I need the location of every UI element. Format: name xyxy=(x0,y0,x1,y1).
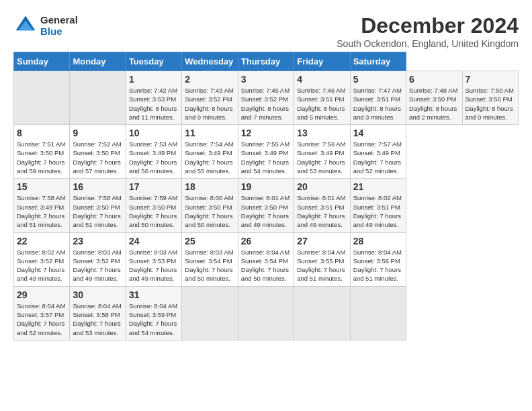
day-info: Sunrise: 8:02 AM Sunset: 3:51 PM Dayligh… xyxy=(353,193,403,229)
calendar-cell: 5Sunrise: 7:47 AM Sunset: 3:51 PM Daylig… xyxy=(350,71,406,125)
location: South Ockendon, England, United Kingdom xyxy=(337,38,519,49)
day-number: 20 xyxy=(297,181,347,192)
calendar-cell: 15Sunrise: 7:58 AM Sunset: 3:49 PM Dayli… xyxy=(14,179,70,232)
day-header-wednesday: Wednesday xyxy=(182,52,238,71)
day-info: Sunrise: 8:03 AM Sunset: 3:52 PM Dayligh… xyxy=(73,248,122,283)
day-info: Sunrise: 7:51 AM Sunset: 3:50 PM Dayligh… xyxy=(17,140,66,175)
day-number: 18 xyxy=(185,181,234,192)
day-number: 22 xyxy=(17,236,66,246)
calendar-cell: 21Sunrise: 8:02 AM Sunset: 3:51 PM Dayli… xyxy=(350,179,406,232)
day-info: Sunrise: 7:50 AM Sunset: 3:50 PM Dayligh… xyxy=(466,86,516,122)
day-info: Sunrise: 7:54 AM Sunset: 3:49 PM Dayligh… xyxy=(185,140,234,175)
day-info: Sunrise: 7:55 AM Sunset: 3:49 PM Dayligh… xyxy=(241,140,291,175)
day-info: Sunrise: 7:42 AM Sunset: 3:53 PM Dayligh… xyxy=(129,86,179,122)
day-number: 26 xyxy=(241,236,291,246)
day-number: 23 xyxy=(73,236,122,246)
day-info: Sunrise: 7:47 AM Sunset: 3:51 PM Dayligh… xyxy=(353,86,403,122)
header: General Blue December 2024 South Ockendo… xyxy=(13,13,519,49)
day-info: Sunrise: 7:57 AM Sunset: 3:49 PM Dayligh… xyxy=(353,140,403,175)
day-info: Sunrise: 7:45 AM Sunset: 3:52 PM Dayligh… xyxy=(241,86,291,122)
week-row-5: 29Sunrise: 8:04 AM Sunset: 3:57 PM Dayli… xyxy=(14,286,519,340)
day-number: 31 xyxy=(129,289,179,300)
day-number: 29 xyxy=(17,289,66,300)
day-info: Sunrise: 7:59 AM Sunset: 3:50 PM Dayligh… xyxy=(129,193,179,229)
logo-text: General Blue xyxy=(40,14,78,37)
logo: General Blue xyxy=(13,13,78,38)
calendar-cell: 7Sunrise: 7:50 AM Sunset: 3:50 PM Daylig… xyxy=(462,71,519,125)
calendar-table: SundayMondayTuesdayWednesdayThursdayFrid… xyxy=(13,52,519,340)
day-info: Sunrise: 8:01 AM Sunset: 3:51 PM Dayligh… xyxy=(297,193,347,229)
calendar-cell: 13Sunrise: 7:56 AM Sunset: 3:49 PM Dayli… xyxy=(294,125,350,179)
day-number: 1 xyxy=(129,74,179,85)
day-info: Sunrise: 8:04 AM Sunset: 3:56 PM Dayligh… xyxy=(353,248,403,283)
day-info: Sunrise: 7:46 AM Sunset: 3:51 PM Dayligh… xyxy=(297,86,347,122)
calendar-cell xyxy=(182,286,238,340)
calendar-cell: 2Sunrise: 7:43 AM Sunset: 3:52 PM Daylig… xyxy=(182,71,238,125)
calendar-cell: 11Sunrise: 7:54 AM Sunset: 3:49 PM Dayli… xyxy=(182,125,238,179)
day-info: Sunrise: 8:04 AM Sunset: 3:55 PM Dayligh… xyxy=(297,248,347,283)
day-header-sunday: Sunday xyxy=(14,52,70,71)
day-header-friday: Friday xyxy=(294,52,350,71)
calendar-cell: 6Sunrise: 7:48 AM Sunset: 3:50 PM Daylig… xyxy=(406,71,462,125)
day-number: 27 xyxy=(297,236,347,246)
calendar-cell: 31Sunrise: 8:04 AM Sunset: 3:59 PM Dayli… xyxy=(126,286,181,340)
day-info: Sunrise: 7:58 AM Sunset: 3:49 PM Dayligh… xyxy=(17,193,66,229)
day-info: Sunrise: 8:04 AM Sunset: 3:58 PM Dayligh… xyxy=(73,302,122,337)
day-info: Sunrise: 8:04 AM Sunset: 3:54 PM Dayligh… xyxy=(241,248,291,283)
calendar-cell: 30Sunrise: 8:04 AM Sunset: 3:58 PM Dayli… xyxy=(70,286,126,340)
calendar-cell: 18Sunrise: 8:00 AM Sunset: 3:50 PM Dayli… xyxy=(182,179,238,232)
day-info: Sunrise: 8:04 AM Sunset: 3:57 PM Dayligh… xyxy=(17,302,66,337)
week-row-3: 15Sunrise: 7:58 AM Sunset: 3:49 PM Dayli… xyxy=(14,179,519,232)
calendar-cell: 26Sunrise: 8:04 AM Sunset: 3:54 PM Dayli… xyxy=(238,232,294,286)
day-number: 7 xyxy=(466,74,516,85)
day-info: Sunrise: 8:04 AM Sunset: 3:59 PM Dayligh… xyxy=(129,302,179,337)
day-number: 28 xyxy=(353,236,403,246)
calendar-cell: 3Sunrise: 7:45 AM Sunset: 3:52 PM Daylig… xyxy=(238,71,294,125)
day-number: 11 xyxy=(185,128,234,138)
calendar-cell: 1Sunrise: 7:42 AM Sunset: 3:53 PM Daylig… xyxy=(126,71,181,125)
day-info: Sunrise: 7:52 AM Sunset: 3:50 PM Dayligh… xyxy=(73,140,122,175)
day-info: Sunrise: 8:02 AM Sunset: 3:52 PM Dayligh… xyxy=(17,248,66,283)
day-info: Sunrise: 7:48 AM Sunset: 3:50 PM Dayligh… xyxy=(409,86,459,122)
day-info: Sunrise: 7:43 AM Sunset: 3:52 PM Dayligh… xyxy=(185,86,234,122)
day-header-tuesday: Tuesday xyxy=(126,52,181,71)
calendar-cell: 25Sunrise: 8:03 AM Sunset: 3:54 PM Dayli… xyxy=(182,232,238,286)
day-number: 3 xyxy=(241,74,291,85)
day-number: 19 xyxy=(241,181,291,192)
day-number: 5 xyxy=(353,74,403,85)
calendar-cell: 17Sunrise: 7:59 AM Sunset: 3:50 PM Dayli… xyxy=(126,179,181,232)
calendar-cell: 29Sunrise: 8:04 AM Sunset: 3:57 PM Dayli… xyxy=(14,286,70,340)
day-number: 8 xyxy=(17,128,66,138)
calendar-cell: 28Sunrise: 8:04 AM Sunset: 3:56 PM Dayli… xyxy=(350,232,406,286)
header-row: SundayMondayTuesdayWednesdayThursdayFrid… xyxy=(14,52,519,71)
day-number: 16 xyxy=(73,181,122,192)
day-number: 2 xyxy=(185,74,234,85)
calendar-cell: 24Sunrise: 8:03 AM Sunset: 3:53 PM Dayli… xyxy=(126,232,181,286)
day-info: Sunrise: 7:56 AM Sunset: 3:49 PM Dayligh… xyxy=(297,140,347,175)
day-number: 9 xyxy=(73,128,122,138)
calendar-cell: 14Sunrise: 7:57 AM Sunset: 3:49 PM Dayli… xyxy=(350,125,406,179)
day-number: 14 xyxy=(353,128,403,138)
month-title: December 2024 xyxy=(337,13,519,38)
day-info: Sunrise: 7:53 AM Sunset: 3:49 PM Dayligh… xyxy=(129,140,179,175)
day-number: 21 xyxy=(353,181,403,192)
week-row-2: 8Sunrise: 7:51 AM Sunset: 3:50 PM Daylig… xyxy=(14,125,519,179)
calendar-cell: 8Sunrise: 7:51 AM Sunset: 3:50 PM Daylig… xyxy=(14,125,70,179)
calendar-cell: 4Sunrise: 7:46 AM Sunset: 3:51 PM Daylig… xyxy=(294,71,350,125)
day-number: 15 xyxy=(17,181,66,192)
day-info: Sunrise: 8:03 AM Sunset: 3:54 PM Dayligh… xyxy=(185,248,234,283)
calendar-cell: 22Sunrise: 8:02 AM Sunset: 3:52 PM Dayli… xyxy=(14,232,70,286)
day-header-monday: Monday xyxy=(70,52,126,71)
day-header-saturday: Saturday xyxy=(350,52,406,71)
calendar-cell xyxy=(238,286,294,340)
day-info: Sunrise: 8:01 AM Sunset: 3:50 PM Dayligh… xyxy=(241,193,291,229)
calendar-cell: 20Sunrise: 8:01 AM Sunset: 3:51 PM Dayli… xyxy=(294,179,350,232)
title-area: December 2024 South Ockendon, England, U… xyxy=(337,13,519,49)
day-number: 13 xyxy=(297,128,347,138)
day-number: 24 xyxy=(129,236,179,246)
day-info: Sunrise: 8:03 AM Sunset: 3:53 PM Dayligh… xyxy=(129,248,179,283)
calendar-cell xyxy=(294,286,350,340)
day-number: 25 xyxy=(185,236,234,246)
calendar-cell xyxy=(350,286,406,340)
week-row-4: 22Sunrise: 8:02 AM Sunset: 3:52 PM Dayli… xyxy=(14,232,519,286)
